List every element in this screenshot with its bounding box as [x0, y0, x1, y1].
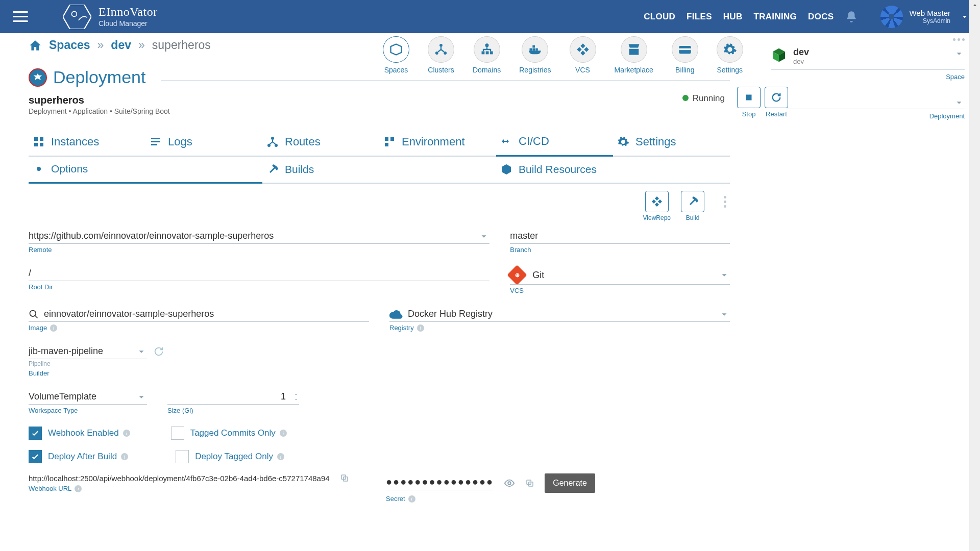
side-space-name: dev	[793, 47, 809, 58]
svg-rect-5	[40, 143, 43, 146]
tab-cicd[interactable]: CI/CD	[496, 130, 613, 157]
svg-rect-31	[533, 45, 535, 48]
info-icon[interactable]: i	[123, 430, 130, 437]
stop-button[interactable]: Stop	[737, 87, 761, 118]
chevron-down-icon[interactable]	[719, 269, 730, 281]
tagged-commits-checkbox[interactable]	[171, 427, 184, 440]
tab-instances-label: Instances	[51, 135, 99, 148]
svg-rect-26	[485, 52, 488, 55]
chevron-down-icon[interactable]	[953, 48, 965, 59]
bell-icon[interactable]	[845, 10, 858, 23]
brand-subtitle: Cloud Manager	[99, 19, 158, 28]
nav-training[interactable]: TRAINING	[754, 12, 797, 22]
more-actions-icon[interactable]	[720, 196, 730, 208]
window-scrollbar[interactable]	[969, 0, 980, 551]
brand-logo[interactable]: EInnoVator Cloud Manager	[63, 5, 158, 29]
iconnav-clusters-label: Clusters	[428, 66, 454, 74]
copy-icon[interactable]	[525, 479, 534, 488]
nav-files[interactable]: FILES	[687, 12, 712, 22]
webhook-url-value: http://localhost:2500/api/webhook/deploy…	[29, 474, 330, 483]
deployment-status: Running	[682, 93, 725, 104]
size-label: Size (Gi)	[167, 407, 299, 414]
home-icon[interactable]	[29, 39, 42, 52]
hamburger-menu[interactable]	[13, 7, 33, 27]
tagged-commits-label: Tagged Commits Only	[190, 428, 276, 438]
deploy-after-build-checkbox[interactable]	[29, 450, 42, 463]
tab-settings[interactable]: Settings	[613, 130, 730, 156]
svg-rect-14	[385, 143, 388, 146]
subtab-build-resources[interactable]: Build Resources	[496, 157, 730, 183]
iconnav-marketplace[interactable]: Marketplace	[615, 36, 653, 74]
info-icon[interactable]: i	[280, 430, 287, 437]
info-icon[interactable]: i	[277, 453, 284, 460]
cloud-icon	[389, 309, 403, 319]
breadcrumb-space[interactable]: dev	[111, 38, 131, 52]
refresh-icon[interactable]	[153, 346, 164, 357]
svg-rect-2	[34, 137, 38, 141]
svg-point-1	[71, 11, 77, 16]
subtab-build-resources-label: Build Resources	[519, 163, 597, 176]
restart-button[interactable]: Restart	[765, 87, 788, 118]
iconnav-billing[interactable]: Billing	[672, 36, 698, 74]
chevron-down-icon[interactable]	[478, 231, 489, 242]
deploy-tagged-checkbox[interactable]	[176, 450, 189, 463]
subtab-options[interactable]: Options	[29, 157, 262, 184]
chevron-down-icon[interactable]	[136, 346, 147, 357]
chevron-down-icon[interactable]	[953, 97, 965, 108]
vcs-label: VCS	[510, 287, 730, 294]
side-space-card[interactable]: dev dev	[771, 43, 965, 70]
nav-docs[interactable]: DOCS	[808, 12, 834, 22]
side-deployment-tag: Deployment	[771, 112, 965, 120]
iconnav-settings[interactable]: Settings	[717, 36, 743, 74]
user-menu[interactable]: Web Master SysAdmin	[880, 6, 970, 28]
root-dir-label: Root Dir	[29, 283, 489, 291]
breadcrumb-current: superheros	[152, 38, 211, 52]
root-dir-input[interactable]	[29, 268, 489, 279]
info-icon[interactable]: i	[408, 495, 415, 503]
info-icon[interactable]: i	[417, 324, 424, 332]
eye-icon[interactable]	[504, 478, 515, 489]
subtab-builds[interactable]: Builds	[262, 157, 496, 183]
secret-label: Secret	[386, 495, 405, 503]
svg-rect-28	[530, 48, 532, 51]
branch-input[interactable]	[510, 231, 730, 241]
tab-environment[interactable]: Environment	[379, 130, 496, 156]
image-input[interactable]	[44, 309, 369, 319]
workspace-type-input[interactable]	[29, 391, 147, 402]
vcs-input[interactable]	[532, 270, 730, 281]
side-deployment-card[interactable]	[771, 92, 965, 109]
chevron-down-icon[interactable]	[136, 391, 147, 403]
tab-routes[interactable]: Routes	[262, 130, 379, 156]
nav-hub[interactable]: HUB	[723, 12, 743, 22]
info-icon[interactable]: i	[75, 485, 82, 492]
size-input[interactable]	[167, 391, 286, 402]
iconnav-vcs[interactable]: VCS	[570, 36, 596, 74]
pipeline-input[interactable]	[29, 346, 147, 357]
info-icon[interactable]: i	[121, 453, 128, 460]
tab-instances[interactable]: Instances	[29, 130, 145, 156]
stepper-up-icon[interactable]	[293, 392, 299, 397]
registry-input[interactable]	[408, 309, 730, 319]
scroll-up-icon[interactable]	[971, 1, 979, 9]
info-icon[interactable]: i	[50, 324, 57, 332]
git-icon: ⊕	[507, 265, 527, 285]
view-repo-button[interactable]: ViewRepo	[643, 191, 671, 221]
more-icon[interactable]	[953, 38, 965, 41]
iconnav-registries[interactable]: Registries	[519, 36, 551, 74]
iconnav-spaces[interactable]: Spaces	[383, 36, 409, 74]
svg-rect-33	[679, 48, 691, 51]
iconnav-clusters[interactable]: Clusters	[428, 36, 454, 74]
generate-button[interactable]: Generate	[545, 473, 595, 493]
deploy-after-build-label: Deploy After Build	[48, 452, 117, 462]
breadcrumb-spaces[interactable]: Spaces	[49, 38, 90, 52]
stepper-down-icon[interactable]	[293, 397, 299, 402]
remote-input[interactable]	[29, 231, 489, 241]
webhook-enabled-checkbox[interactable]	[29, 427, 42, 440]
nav-cloud[interactable]: CLOUD	[644, 12, 675, 22]
iconnav-domains[interactable]: Domains	[473, 36, 501, 74]
build-button[interactable]: Build	[681, 191, 704, 221]
iconnav-spaces-label: Spaces	[384, 66, 408, 74]
chevron-down-icon[interactable]	[719, 309, 730, 320]
tab-logs[interactable]: Logs	[145, 130, 262, 156]
copy-icon[interactable]	[340, 473, 349, 483]
